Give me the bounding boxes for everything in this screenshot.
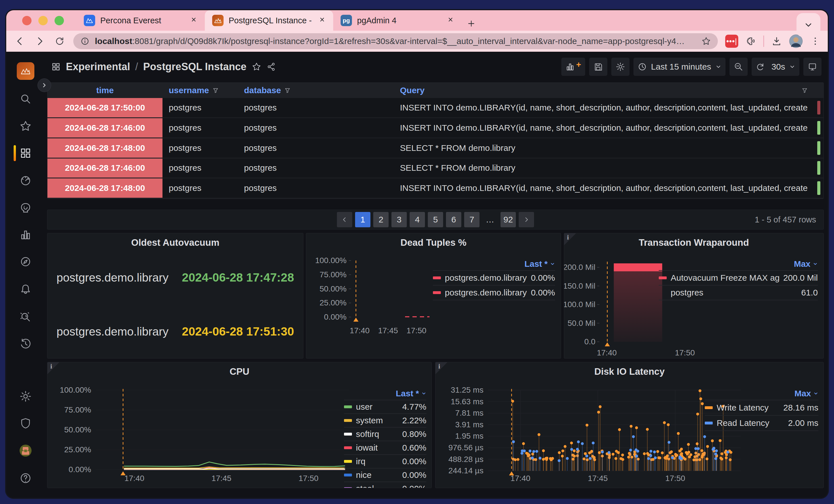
browser-menu-icon[interactable] [810,36,820,46]
sidebar-item-starred-icon[interactable] [19,120,32,132]
column-header-time[interactable]: time [47,83,162,98]
tab-search-button[interactable] [796,13,820,37]
sidebar-expand-button[interactable] [38,79,51,92]
legend-item[interactable]: system2.22% [344,413,426,427]
zoom-out-button[interactable] [729,58,748,76]
page-button-92[interactable]: 92 [501,212,516,227]
table-row[interactable]: 2024-06-28 17:46:00postgrespostgresINSER… [47,118,824,138]
apps-grid-icon[interactable] [51,62,61,72]
table-row[interactable]: 2024-06-28 17:48:00postgrespostgresSELEC… [47,138,824,158]
svg-text:17:40: 17:40 [350,326,370,335]
sidebar-item-postgresql-elephant-icon[interactable] [19,201,32,214]
dashboard-settings-button[interactable] [611,58,630,76]
minimize-window-button[interactable] [38,16,48,25]
legend-item[interactable]: Autovacuum Freeze MAX age200.0 Mil [659,270,818,285]
next-page-button[interactable] [519,212,534,227]
sidebar-item-dashboards-icon[interactable] [19,147,32,159]
column-header-username[interactable]: username [162,83,238,98]
password-extension-icon[interactable]: •••| [725,35,738,48]
legend-item[interactable]: iowait0.60% [344,441,426,454]
legend-sort-header[interactable]: Last * [433,258,555,270]
save-dashboard-button[interactable] [589,58,607,76]
legend-item[interactable]: postgres.demo.library0.00% [433,270,555,285]
legend-item[interactable]: irq0.00% [344,454,426,468]
dead-tuples-panel[interactable]: Dead Tuples % 100.00%75.00%50.00%25.00%0… [306,233,561,358]
sidebar-item-alerting-bell-icon[interactable] [19,283,32,295]
add-panel-button[interactable]: + [561,58,585,76]
browser-tab-postgresql-instance-dashb[interactable]: PostgreSQL Instance - Dashb [205,10,333,31]
forward-button[interactable] [34,35,46,47]
legend-item[interactable]: postgres61.0 [659,285,818,300]
tab-close-icon[interactable] [190,16,197,25]
page-button-1[interactable]: 1 [355,212,370,227]
extensions-puzzle-icon[interactable] [746,36,756,46]
tv-mode-button[interactable] [803,58,821,76]
legend-item[interactable]: softirq0.80% [344,427,426,441]
table-row[interactable]: 2024-06-28 17:50:00postgrespostgresINSER… [47,98,824,118]
sidebar-item-advisors-icon[interactable] [19,311,32,323]
sidebar-item-help-icon[interactable] [19,472,32,484]
page-button-6[interactable]: 6 [446,212,461,227]
bookmark-star-icon[interactable] [701,36,711,46]
new-tab-button[interactable] [467,18,476,31]
cpu-panel[interactable]: i CPU 100.00%75.00%50.00%25.00%0.00%17:4… [47,362,432,488]
legend-item[interactable]: Read Latency2.00 ms [705,415,818,431]
tab-title: pgAdmin 4 [357,16,442,25]
legend-item[interactable]: nice0.00% [344,468,426,482]
legend-swatch [344,474,352,477]
previous-page-button[interactable] [337,212,352,227]
table-row[interactable]: 2024-06-28 17:48:00postgrespostgresINSER… [47,178,824,199]
panel-title[interactable]: Oldest Autovacuum [47,237,303,248]
page-button-7[interactable]: 7 [464,212,480,227]
maximize-window-button[interactable] [54,16,64,25]
favorite-star-icon[interactable] [252,62,261,72]
legend-sort-header[interactable]: Max [705,387,818,400]
cell-database: postgres [238,178,394,198]
page-button-4[interactable]: 4 [410,212,425,227]
divider [763,36,764,47]
breadcrumb-dashboard[interactable]: PostgreSQL Instance [143,61,246,73]
sidebar-item-search-icon[interactable] [19,93,32,105]
browser-tab-pgadmin-4[interactable]: pgpgAdmin 4 [333,10,462,31]
reload-button[interactable] [53,35,66,47]
refresh-button[interactable]: 30s [752,58,799,76]
legend-item[interactable]: steal0.00% [344,482,426,488]
table-row[interactable]: 2024-06-28 17:46:00postgrespostgresSELEC… [47,158,824,179]
column-header-query[interactable]: Query [394,83,814,98]
address-bar[interactable]: localhost:8081/graph/d/Q09d8k7Ik/postgre… [73,33,718,49]
transaction-wraparound-panel[interactable]: i Transaction Wraparound 200.0 Mil150.0 … [564,233,824,358]
time-range-picker[interactable]: Last 15 minutes [633,58,725,76]
legend-sort-header[interactable]: Max [659,258,818,270]
site-info-icon[interactable] [80,36,90,46]
share-icon[interactable] [266,62,276,72]
page-button-2[interactable]: 2 [373,212,389,227]
svg-text:17:45: 17:45 [211,474,231,483]
disk-io-latency-panel[interactable]: i Disk IO Latency 31.25 ms15.63 ms7.81 m… [435,362,824,488]
breadcrumb-folder[interactable]: Experimental [66,61,130,73]
sidebar-item-settings-gear-icon[interactable] [19,390,32,402]
sidebar-item-user-avatar[interactable] [19,444,32,457]
grafana-sidebar [6,52,45,498]
column-header-database[interactable]: database [238,83,394,98]
cell-status-bar [814,118,824,137]
sidebar-item-bar-chart-icon[interactable] [19,228,32,241]
tab-close-icon[interactable] [319,16,326,25]
legend-item[interactable]: postgres.demo.library0.00% [433,285,555,300]
sidebar-item-history-icon[interactable] [19,337,32,350]
sidebar-item-compass-icon[interactable] [19,256,32,268]
tab-close-icon[interactable] [447,16,454,25]
sidebar-item-gauge-icon[interactable] [19,174,32,187]
back-button[interactable] [14,35,26,47]
legend-item[interactable]: Write Latency28.16 ms [705,400,818,415]
page-button-3[interactable]: 3 [391,212,407,227]
sidebar-item-security-shield-icon[interactable] [19,417,32,430]
legend-item[interactable]: user4.77% [344,400,426,413]
sidebar-item-percona-logo[interactable] [17,62,35,80]
oldest-autovacuum-panel[interactable]: Oldest Autovacuum postgres.demo.library2… [47,233,303,358]
close-window-button[interactable] [22,16,31,25]
page-button-5[interactable]: 5 [428,212,443,227]
browser-tab-percona-everest[interactable]: Percona Everest [76,10,205,31]
traffic-lights [22,16,64,25]
legend-sort-header[interactable]: Last * [344,387,426,400]
downloads-icon[interactable] [771,36,782,46]
